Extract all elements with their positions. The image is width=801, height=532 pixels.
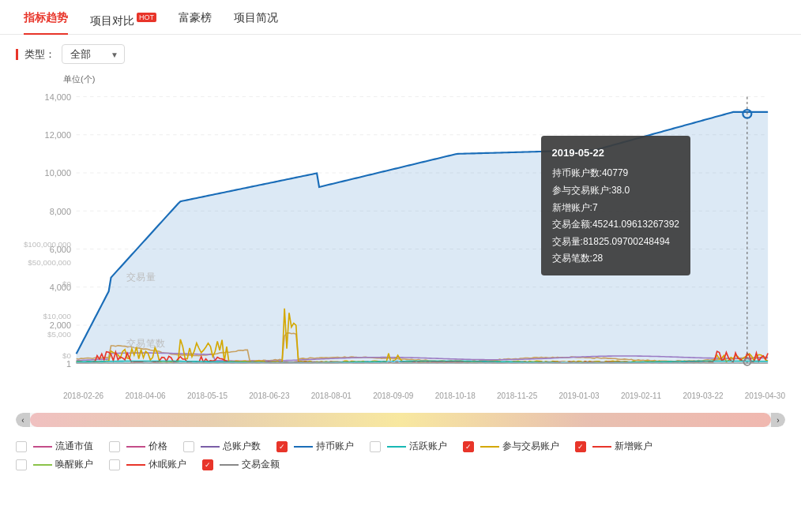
chart-container: 单位(个) 14,00012,00010,0008,0006,0004,0002…: [0, 73, 801, 408]
legend-text-coin-holders: 持币账户: [316, 440, 354, 453]
chart-lines: [77, 97, 769, 364]
legend-checkbox-sleep-accounts[interactable]: [109, 459, 120, 470]
svg-text:10,000: 10,000: [45, 168, 71, 178]
legend-text-tx-amount: 交易金额: [242, 458, 280, 471]
x-label: 2018-11-25: [497, 392, 537, 400]
nav-item-project-compare[interactable]: 项目对比HOT: [79, 0, 167, 35]
legend-item-dormant-accounts[interactable]: 唤醒账户: [16, 458, 93, 471]
nav-item-project-overview[interactable]: 项目简况: [223, 0, 289, 35]
legend-text-tx-accounts: 参与交易账户: [502, 440, 559, 453]
legend-area: 流通市值价格总账户数持币账户活跃账户参与交易账户新增账户唤醒账户休眠账户交易金额: [0, 432, 801, 484]
legend-row-0: 流通市值价格总账户数持币账户活跃账户参与交易账户新增账户: [16, 440, 785, 453]
x-label: 2018-05-15: [187, 392, 228, 400]
annotation-trading-volume: 交易量: [126, 272, 156, 283]
svg-text:2,000: 2,000: [50, 320, 71, 330]
svg-text:$100,000,000: $100,000,000: [24, 240, 71, 249]
legend-row-1: 唤醒账户休眠账户交易金额: [16, 458, 785, 471]
svg-marker-22: [77, 112, 769, 363]
scrollbar-track: ‹ ›: [16, 413, 785, 427]
top-nav: 指标趋势项目对比HOT富豪榜项目简况: [0, 0, 801, 35]
x-label: 2018-10-18: [435, 392, 476, 400]
x-label: 2019-01-03: [559, 392, 600, 400]
legend-line-dormant-accounts: [33, 464, 52, 466]
legend-line-total-accounts: [201, 446, 220, 448]
legend-checkbox-coin-holders[interactable]: [276, 441, 288, 452]
legend-line-new-accounts: [592, 446, 611, 448]
svg-text:12,000: 12,000: [45, 130, 71, 140]
legend-item-tx-accounts[interactable]: 参与交易账户: [463, 440, 559, 453]
legend-line-sleep-accounts: [126, 464, 145, 466]
legend-item-tx-amount[interactable]: 交易金额: [202, 458, 280, 471]
svg-text:1: 1: [66, 359, 71, 369]
x-label: 2018-04-06: [125, 392, 165, 400]
filter-bar: 类型： 全部主链代币: [0, 35, 801, 73]
legend-checkbox-dormant-accounts[interactable]: [16, 459, 27, 470]
legend-line-tx-accounts: [480, 446, 499, 448]
legend-line-tx-amount: [220, 464, 239, 466]
legend-checkbox-active-accounts[interactable]: [370, 441, 381, 452]
nav-item-indicator-trend[interactable]: 指标趋势: [13, 0, 79, 35]
scrollbar-left-arrow[interactable]: ‹: [16, 413, 30, 427]
legend-line-price: [126, 446, 145, 448]
legend-item-market-cap[interactable]: 流通市值: [16, 440, 93, 453]
legend-line-market-cap: [33, 446, 52, 448]
legend-text-new-accounts: 新增账户: [615, 440, 652, 453]
svg-text:$10,000: $10,000: [43, 312, 72, 320]
scrollbar-right-arrow[interactable]: ›: [771, 413, 785, 427]
x-label: 2019-04-30: [745, 392, 785, 400]
legend-line-active-accounts: [387, 446, 406, 448]
legend-item-active-accounts[interactable]: 活跃账户: [370, 440, 447, 453]
y-axis: 14,00012,00010,0008,0006,0004,0002,0001$…: [24, 92, 71, 369]
x-axis-labels: 2018-02-262018-04-062018-05-152018-06-23…: [16, 388, 785, 400]
svg-text:8,000: 8,000: [50, 207, 71, 216]
x-label: 2019-03-22: [683, 392, 723, 400]
legend-checkbox-tx-amount[interactable]: [202, 459, 213, 470]
x-label: 2018-06-23: [249, 392, 289, 400]
svg-text:$0: $0: [62, 279, 71, 288]
legend-item-sleep-accounts[interactable]: 休眠账户: [109, 458, 186, 471]
legend-text-dormant-accounts: 唤醒账户: [55, 458, 93, 471]
legend-item-coin-holders[interactable]: 持币账户: [276, 440, 354, 453]
chart-unit-label: 单位(个): [63, 73, 785, 85]
legend-text-sleep-accounts: 休眠账户: [149, 458, 186, 471]
badge-project-compare: HOT: [137, 13, 156, 22]
legend-checkbox-market-cap[interactable]: [16, 441, 27, 452]
nav-item-rich-list[interactable]: 富豪榜: [167, 0, 223, 35]
type-select-wrapper: 全部主链代币: [62, 44, 125, 64]
svg-text:$50,000,000: $50,000,000: [28, 258, 71, 267]
x-label: 2018-08-01: [311, 392, 352, 400]
legend-checkbox-price[interactable]: [109, 441, 120, 452]
legend-text-total-accounts: 总账户数: [223, 440, 261, 453]
legend-text-price: 价格: [149, 440, 167, 453]
x-label: 2018-09-09: [373, 392, 413, 400]
chart-svg: 14,00012,00010,0008,0006,0004,0002,0001$…: [16, 88, 785, 388]
type-select[interactable]: 全部主链代币: [62, 44, 125, 64]
filter-label: 类型：: [16, 47, 55, 62]
legend-text-active-accounts: 活跃账户: [409, 440, 447, 453]
scrollbar-thumb[interactable]: [30, 413, 771, 427]
legend-line-coin-holders: [294, 446, 313, 448]
x-label: 2019-02-11: [621, 392, 661, 400]
annotation-trading-count: 交易笔数: [126, 338, 165, 349]
legend-item-total-accounts[interactable]: 总账户数: [183, 440, 261, 453]
legend-checkbox-new-accounts[interactable]: [575, 441, 586, 452]
legend-text-market-cap: 流通市值: [55, 440, 93, 453]
legend-item-new-accounts[interactable]: 新增账户: [575, 440, 652, 453]
legend-checkbox-tx-accounts[interactable]: [463, 441, 474, 452]
legend-checkbox-total-accounts[interactable]: [183, 441, 194, 452]
x-label: 2018-02-26: [63, 392, 103, 400]
svg-text:14,000: 14,000: [45, 92, 71, 102]
legend-item-price[interactable]: 价格: [109, 440, 167, 453]
chart-area: 14,00012,00010,0008,0006,0004,0002,0001$…: [16, 88, 785, 388]
svg-text:$0: $0: [62, 352, 71, 361]
svg-text:$5,000: $5,000: [47, 331, 71, 339]
